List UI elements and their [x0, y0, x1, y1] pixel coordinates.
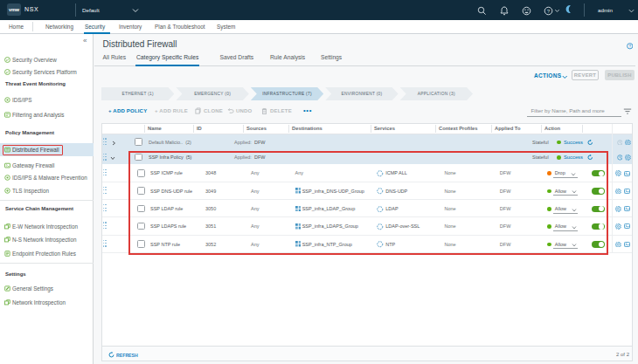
- svg-text:?: ?: [628, 45, 631, 49]
- svg-text:?: ?: [546, 7, 550, 13]
